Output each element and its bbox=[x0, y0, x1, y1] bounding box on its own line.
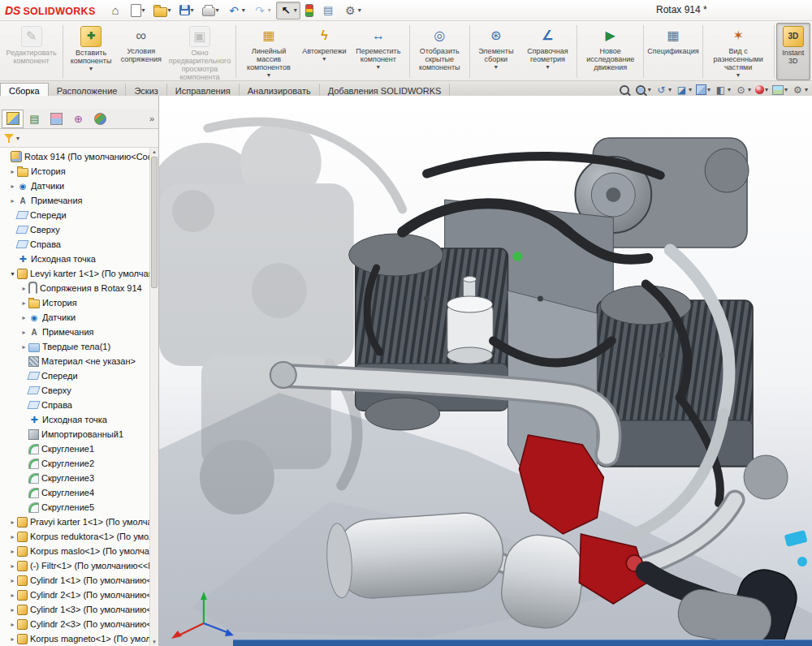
assembly-features-button[interactable]: Элементы сборки▾ bbox=[472, 23, 520, 80]
zoom-fit-button[interactable] bbox=[618, 83, 632, 97]
configurationmanager-tab[interactable] bbox=[45, 110, 67, 128]
display-style-button[interactable]: ▾ bbox=[714, 83, 732, 97]
tree-item[interactable]: ▸Korpus magneto<1> (По умолча bbox=[0, 631, 158, 646]
edit-component-button[interactable]: Редактировать компонент bbox=[2, 23, 61, 80]
tree-item[interactable]: Скругление4 bbox=[0, 485, 158, 500]
tree-item[interactable]: ▸Примечания bbox=[0, 193, 158, 208]
panel-flyout-chevron[interactable]: » bbox=[149, 114, 158, 123]
edit-appearance-button[interactable]: ▾ bbox=[754, 83, 769, 97]
dropdown-caret-icon[interactable]: ▾ bbox=[142, 7, 145, 14]
dropdown-caret-icon[interactable]: ▾ bbox=[268, 7, 271, 14]
expand-arrow-icon[interactable]: ▸ bbox=[19, 299, 28, 307]
linear-component-pattern-button[interactable]: Линейный массив компонентов▾ bbox=[238, 23, 299, 80]
dropdown-caret-icon[interactable]: ▾ bbox=[748, 87, 751, 93]
dropdown-caret-icon[interactable]: ▾ bbox=[495, 64, 498, 71]
file-properties-button[interactable] bbox=[318, 2, 339, 19]
previous-view-button[interactable]: ▾ bbox=[654, 83, 672, 97]
tree-item[interactable]: ▸Сопряжения в Rotax 914 bbox=[0, 281, 158, 295]
tree-item[interactable]: Сверху bbox=[0, 383, 158, 398]
tree-item[interactable]: ▸Примечания bbox=[0, 325, 158, 339]
tree-item[interactable]: Исходная точка bbox=[0, 252, 158, 266]
dimxpertmanager-tab[interactable] bbox=[67, 110, 89, 128]
dropdown-caret-icon[interactable]: ▾ bbox=[358, 7, 361, 14]
tree-item[interactable]: Скругление2 bbox=[0, 456, 158, 471]
instant-3d-button[interactable]: Instant 3D bbox=[776, 23, 810, 80]
tree-item[interactable]: ▾Levyi karter 1<1> (По умолчани bbox=[0, 266, 158, 281]
expand-arrow-icon[interactable]: ▸ bbox=[8, 183, 17, 190]
tree-item[interactable]: ▸Cylindr 1<1> (По умолчанию<< bbox=[0, 573, 158, 588]
featuremanager-tab[interactable] bbox=[2, 110, 24, 128]
expand-arrow-icon[interactable]: ▸ bbox=[8, 548, 17, 555]
tree-item[interactable]: Rotax 914 (По умолчанию<Состоя bbox=[0, 149, 158, 164]
dropdown-caret-icon[interactable]: ▾ bbox=[89, 66, 93, 72]
options-button[interactable]: ▾ bbox=[340, 2, 365, 19]
tree-item[interactable]: Скругление5 bbox=[0, 500, 158, 515]
undo-button[interactable]: ▾ bbox=[224, 2, 248, 19]
propertymanager-tab[interactable] bbox=[24, 110, 45, 128]
tree-item[interactable]: ▸Cylindr 2<3> (По умолчанию<< bbox=[0, 617, 158, 631]
tree-item[interactable]: ▸Датчики bbox=[0, 310, 158, 325]
dropdown-caret-icon[interactable]: ▾ bbox=[707, 87, 710, 93]
pump-housing[interactable] bbox=[744, 455, 788, 499]
expand-arrow-icon[interactable]: ▸ bbox=[8, 592, 17, 599]
tree-item[interactable]: Справа bbox=[0, 398, 158, 412]
expand-arrow-icon[interactable]: ▸ bbox=[8, 577, 17, 584]
dropdown-caret-icon[interactable]: ▾ bbox=[294, 7, 297, 14]
tree-item[interactable]: ▸История bbox=[0, 295, 158, 310]
expand-arrow-icon[interactable]: ▸ bbox=[8, 606, 17, 614]
graphics-viewport[interactable] bbox=[159, 96, 812, 646]
dropdown-caret-icon[interactable]: ▾ bbox=[267, 72, 270, 79]
component-preview-window-button[interactable]: Окно предварительного просмотра компонен… bbox=[166, 23, 235, 80]
dropdown-caret-icon[interactable]: ▾ bbox=[322, 56, 326, 62]
dropdown-caret-icon[interactable]: ▾ bbox=[216, 7, 219, 14]
view-orientation-button[interactable]: ▾ bbox=[695, 83, 711, 97]
dropdown-caret-icon[interactable]: ▾ bbox=[784, 87, 788, 93]
dropdown-caret-icon[interactable]: ▾ bbox=[728, 87, 731, 93]
dropdown-caret-icon[interactable]: ▾ bbox=[377, 64, 380, 71]
tree-item[interactable]: Сверху bbox=[0, 222, 158, 237]
smart-fasteners-button[interactable]: Автокрепежи▾ bbox=[300, 23, 350, 80]
tree-item[interactable]: ▸Korpus reduktora<1> (По умолч bbox=[0, 529, 158, 544]
dropdown-caret-icon[interactable]: ▾ bbox=[736, 72, 740, 79]
save-button[interactable]: ▾ bbox=[176, 2, 197, 19]
tree-scrollbar[interactable]: ▲ ▼ bbox=[149, 148, 158, 646]
print-button[interactable]: ▾ bbox=[199, 2, 222, 19]
expand-arrow-icon[interactable]: ▾ bbox=[8, 270, 17, 278]
dropdown-caret-icon[interactable]: ▾ bbox=[765, 87, 768, 93]
hide-show-items-button[interactable]: ▾ bbox=[734, 83, 752, 97]
filter-dropdown-caret[interactable]: ▾ bbox=[16, 135, 19, 142]
tree-item[interactable]: Спереди bbox=[0, 368, 158, 383]
tree-item[interactable]: Скругление1 bbox=[0, 441, 158, 456]
dropdown-caret-icon[interactable]: ▾ bbox=[168, 7, 171, 14]
select-button[interactable]: ▾ bbox=[276, 2, 300, 19]
mate-button[interactable]: Условия сопряжения bbox=[117, 23, 166, 80]
filter-funnel-icon[interactable] bbox=[4, 133, 14, 144]
zoom-area-button[interactable]: ▾ bbox=[634, 83, 652, 97]
dropdown-caret-icon[interactable]: ▾ bbox=[805, 87, 808, 93]
tree-item[interactable]: ▸Korpus maslo<1> (По умолчани bbox=[0, 544, 158, 558]
displaymanager-tab[interactable] bbox=[89, 110, 111, 128]
viewport-canvas[interactable] bbox=[159, 96, 812, 646]
dropdown-caret-icon[interactable]: ▾ bbox=[191, 7, 194, 14]
expand-arrow-icon[interactable]: ▸ bbox=[8, 533, 17, 540]
redo-button[interactable]: ▾ bbox=[250, 2, 274, 19]
scroll-up-icon[interactable]: ▲ bbox=[150, 148, 158, 156]
rebuild-button[interactable] bbox=[302, 2, 317, 19]
scroll-down-icon[interactable]: ▼ bbox=[150, 638, 158, 646]
expand-arrow-icon[interactable]: ▸ bbox=[8, 621, 17, 628]
tree-item[interactable]: Исходная точка bbox=[0, 412, 158, 427]
section-view-button[interactable]: ▾ bbox=[675, 83, 693, 97]
move-component-button[interactable]: Переместить компонент▾ bbox=[349, 23, 407, 80]
new-document-button[interactable]: ▾ bbox=[127, 2, 149, 19]
bill-of-materials-button[interactable]: Спецификация bbox=[646, 23, 700, 80]
exploded-view-button[interactable]: Вид с разнесенными частями▾ bbox=[705, 23, 772, 80]
expand-arrow-icon[interactable]: ▸ bbox=[8, 519, 17, 526]
tree-item[interactable]: Скругление3 bbox=[0, 471, 158, 485]
apply-scene-button[interactable]: ▾ bbox=[771, 83, 788, 97]
dropdown-caret-icon[interactable]: ▾ bbox=[689, 87, 692, 93]
insert-components-button[interactable]: Вставить компоненты▾ bbox=[65, 23, 117, 80]
tree-item[interactable]: ▸Датчики bbox=[0, 179, 158, 193]
expand-arrow-icon[interactable]: ▸ bbox=[19, 314, 28, 321]
expand-arrow-icon[interactable]: ▸ bbox=[8, 635, 17, 643]
dropdown-caret-icon[interactable]: ▾ bbox=[242, 7, 245, 14]
